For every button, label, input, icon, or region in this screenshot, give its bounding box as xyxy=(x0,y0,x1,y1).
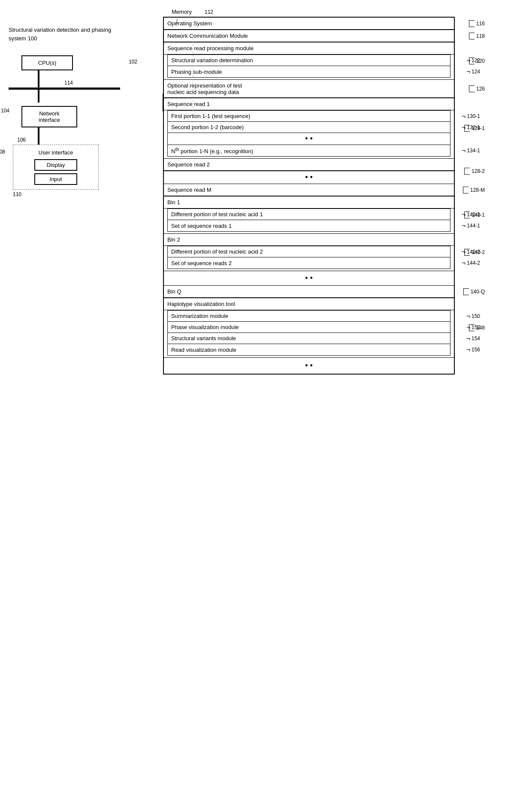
binQ-row: Bin Q xyxy=(164,286,454,298)
user-interface-container: User interface Display Input xyxy=(13,145,99,190)
optional-rep-row: Optional representation of testnucleic a… xyxy=(164,80,454,98)
cpu-box: CPU(s) xyxy=(21,55,73,70)
network-interface-box: Network interface xyxy=(21,106,77,127)
ui-ref-outer: 106 xyxy=(17,137,26,143)
seq-read1-row: Sequence read 1 xyxy=(164,98,454,110)
ui-outer-ref: 108 xyxy=(0,149,5,155)
seq-readM-row: Sequence read M xyxy=(164,184,454,196)
cpu-ref-label: 102 xyxy=(129,59,137,65)
bin1-row: Bin 1 xyxy=(164,196,454,209)
seq-proc-children: Structural variation determination 122 P… xyxy=(167,54,450,78)
seq-read2-row: Sequence read 2 xyxy=(164,159,454,171)
bottom-dots: • • xyxy=(164,358,454,374)
bin2-children: Different portion of test nucleic acid 2… xyxy=(167,246,450,269)
bus-ref-label: 114 xyxy=(64,80,73,86)
os-row: Operating System xyxy=(164,18,454,30)
seq-proc-row: Sequence read processing module xyxy=(164,42,454,54)
haplotype-children: Summarization module 150 Phase visualiza… xyxy=(167,310,450,356)
bin1-children: Different portion of test nucleic acid 1… xyxy=(167,209,450,232)
haplotype-row: Haplotype visualization tool xyxy=(164,298,454,310)
optional-rep-ref: 126 xyxy=(469,85,485,92)
ui-label: User interface xyxy=(18,149,94,156)
network-comm-ref: 118 xyxy=(469,33,485,39)
input-box: Input xyxy=(34,173,77,185)
bin2-row: Bin 2 xyxy=(164,234,454,246)
seq-read2-ref: 128-2 xyxy=(464,168,485,175)
os-ref: 116 xyxy=(469,20,485,27)
network-comm-row: Network Communication Module xyxy=(164,30,454,42)
memory-ref: 112 xyxy=(205,9,213,15)
input-ref-label: 110 xyxy=(13,191,21,197)
system-label: Structural variation detection and phasi… xyxy=(9,26,120,42)
memory-box: Operating System 116 Network Communicati… xyxy=(163,17,455,375)
display-box: Display xyxy=(34,159,77,171)
seq-read1-children: First portion 1-1 (test sequence) 130-1 … xyxy=(167,110,450,157)
seq-readM-ref: 128-M xyxy=(463,187,485,193)
binQ-ref: 140-Q xyxy=(463,288,485,295)
network-ref-label: 104 xyxy=(1,108,9,114)
memory-title: Memory xyxy=(172,9,192,15)
